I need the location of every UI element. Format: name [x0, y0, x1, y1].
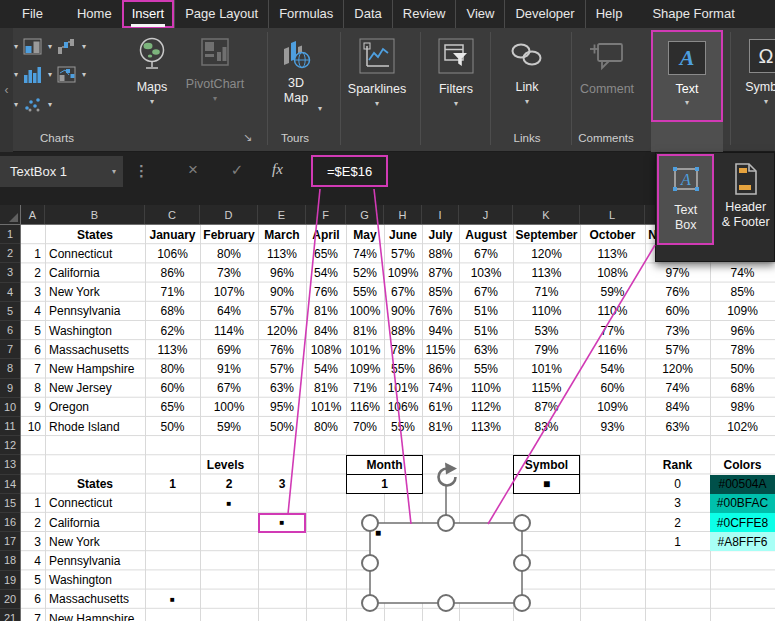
cell[interactable]: [145, 551, 200, 570]
cell[interactable]: 87%: [422, 263, 459, 282]
cell[interactable]: 76%: [258, 340, 306, 359]
cell[interactable]: 120%: [513, 244, 580, 263]
cancel-icon[interactable]: ×: [180, 160, 206, 180]
cell[interactable]: 101%: [346, 340, 384, 359]
column-header[interactable]: K: [513, 205, 580, 224]
formula-input[interactable]: =$E$16: [311, 155, 388, 187]
cell[interactable]: 90%: [258, 283, 306, 302]
cell[interactable]: New Jersey: [45, 379, 145, 398]
cell[interactable]: 50%: [145, 417, 200, 436]
cell[interactable]: Washington: [45, 321, 145, 340]
cell[interactable]: 71%: [346, 379, 384, 398]
row-header[interactable]: 21: [0, 609, 20, 621]
cell[interactable]: 52%: [346, 263, 384, 282]
row-header[interactable]: 4: [0, 283, 20, 302]
cell[interactable]: 112%: [459, 398, 513, 417]
cell[interactable]: May: [346, 225, 384, 244]
cell[interactable]: 84%: [645, 398, 710, 417]
cell[interactable]: April: [306, 225, 346, 244]
column-header[interactable]: A: [21, 205, 45, 224]
cell[interactable]: 55%: [384, 417, 422, 436]
insert-histogram-chart-icon[interactable]: [23, 66, 43, 84]
cell[interactable]: Rhode Island: [45, 417, 145, 436]
cell[interactable]: 9: [21, 398, 45, 417]
dialog-launcher-icon[interactable]: ↘: [243, 131, 252, 144]
column-header[interactable]: D: [200, 205, 258, 224]
cell[interactable]: 60%: [580, 379, 645, 398]
cell[interactable]: 84%: [306, 321, 346, 340]
cell[interactable]: 113%: [258, 244, 306, 263]
cell[interactable]: 67%: [459, 244, 513, 263]
cell[interactable]: 63%: [459, 340, 513, 359]
cell[interactable]: August: [459, 225, 513, 244]
cell[interactable]: 51%: [459, 321, 513, 340]
cell[interactable]: 0: [645, 475, 710, 494]
cell[interactable]: 113%: [145, 340, 200, 359]
symbol-button[interactable]: Ω Symbol ▾: [736, 30, 775, 130]
cell[interactable]: 68%: [145, 302, 200, 321]
cell[interactable]: 113%: [513, 263, 580, 282]
row-header[interactable]: 18: [0, 551, 20, 570]
cell[interactable]: 63%: [258, 379, 306, 398]
cell[interactable]: [145, 571, 200, 590]
row-header[interactable]: 19: [0, 571, 20, 590]
row-header[interactable]: 14: [0, 475, 20, 494]
cell[interactable]: 81%: [306, 379, 346, 398]
cell[interactable]: 87%: [513, 398, 580, 417]
cell[interactable]: 71%: [513, 283, 580, 302]
sparklines-button[interactable]: Sparklines ▾: [343, 30, 411, 130]
chevron-down-icon[interactable]: ▾: [82, 42, 86, 52]
chevron-down-icon[interactable]: ▾: [82, 70, 86, 80]
cell[interactable]: 96%: [258, 263, 306, 282]
column-header[interactable]: F: [306, 205, 346, 224]
cell[interactable]: 67%: [200, 379, 258, 398]
insert-function-icon[interactable]: fx: [272, 161, 283, 178]
column-header[interactable]: I: [422, 205, 459, 224]
cell[interactable]: Levels: [145, 455, 306, 474]
cell[interactable]: 5: [21, 571, 45, 590]
cell[interactable]: 116%: [346, 398, 384, 417]
cell[interactable]: 91%: [200, 359, 258, 378]
cell[interactable]: 1: [145, 475, 200, 494]
cell[interactable]: 110%: [513, 302, 580, 321]
cell[interactable]: 78%: [384, 340, 422, 359]
cell[interactable]: 70%: [346, 417, 384, 436]
cell[interactable]: 74%: [422, 379, 459, 398]
insert-waterfall-chart-icon[interactable]: [57, 38, 77, 56]
cell[interactable]: 67%: [459, 283, 513, 302]
cell[interactable]: New York: [45, 532, 145, 551]
filters-button[interactable]: Filters ▾: [428, 30, 484, 130]
cell[interactable]: 83%: [513, 417, 580, 436]
cell[interactable]: New York: [45, 283, 145, 302]
cell[interactable]: Month: [347, 456, 422, 475]
cell[interactable]: 3: [21, 283, 45, 302]
cell[interactable]: [200, 551, 258, 570]
tab-review[interactable]: Review: [392, 0, 456, 28]
cell[interactable]: 62%: [145, 321, 200, 340]
cell[interactable]: Rank: [645, 455, 710, 474]
cell[interactable]: 109%: [384, 263, 422, 282]
cell[interactable]: January: [145, 225, 200, 244]
cell[interactable]: 88%: [384, 321, 422, 340]
row-header[interactable]: 10: [0, 398, 20, 417]
cell[interactable]: 2: [21, 513, 45, 532]
cell[interactable]: 86%: [422, 359, 459, 378]
cell[interactable]: 8: [21, 379, 45, 398]
cell[interactable]: 86%: [145, 263, 200, 282]
cell[interactable]: New Hampshire: [45, 359, 145, 378]
column-header[interactable]: J: [459, 205, 513, 224]
color-swatch-cell[interactable]: #A8FFF6: [710, 532, 775, 551]
cell[interactable]: 4: [21, 302, 45, 321]
cell[interactable]: 74%: [645, 379, 710, 398]
cell[interactable]: 2: [21, 263, 45, 282]
cell[interactable]: 120%: [645, 359, 710, 378]
cell[interactable]: 3: [21, 532, 45, 551]
cell[interactable]: 54%: [580, 359, 645, 378]
cell[interactable]: 1: [21, 244, 45, 263]
cell[interactable]: 106%: [145, 244, 200, 263]
cell[interactable]: New Hampshire: [45, 609, 145, 621]
cell[interactable]: 80%: [306, 417, 346, 436]
cell[interactable]: [145, 609, 200, 621]
cell[interactable]: [258, 494, 306, 513]
row-header[interactable]: 12: [0, 436, 20, 455]
